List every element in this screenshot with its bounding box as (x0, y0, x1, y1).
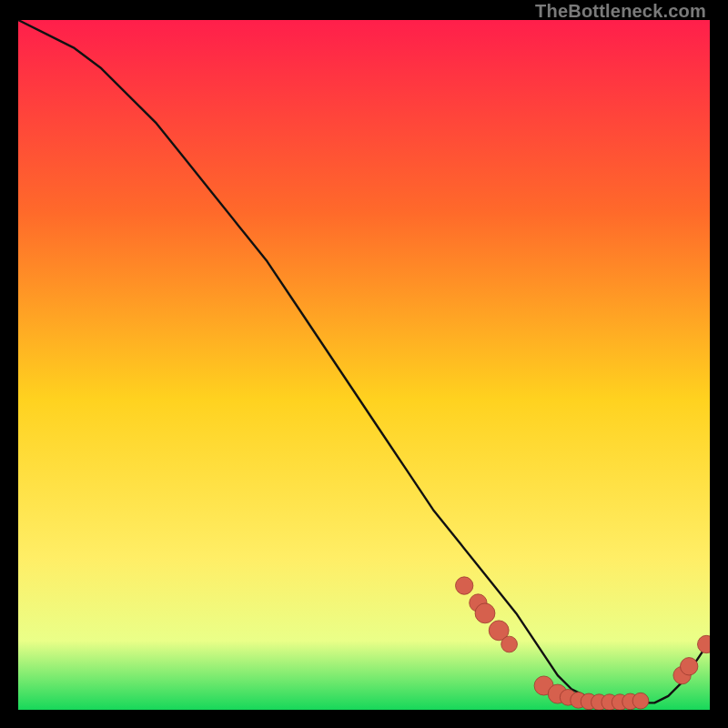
plot-svg (18, 20, 710, 710)
curve-marker (632, 693, 649, 709)
curve-marker (475, 603, 495, 623)
curve-marker (456, 577, 473, 594)
plot-frame (18, 20, 710, 710)
curve-marker (501, 636, 518, 652)
gradient-background (18, 20, 710, 710)
watermark-text: TheBottleneck.com (535, 2, 706, 20)
curve-marker (681, 658, 698, 675)
chart-stage: TheBottleneck.com (0, 0, 728, 728)
